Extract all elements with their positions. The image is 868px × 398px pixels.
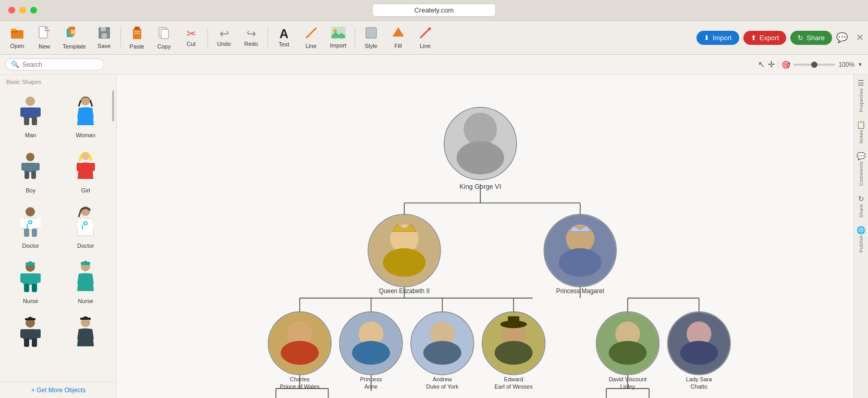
panel-share[interactable]: ↻ Share bbox=[858, 195, 864, 218]
properties-icon: ☰ bbox=[858, 79, 864, 87]
search-input[interactable] bbox=[22, 61, 99, 68]
zoom-controls: ↖ ✛ 🎯 100% ▼ bbox=[758, 59, 863, 69]
shape-item-boy[interactable]: Boy bbox=[4, 144, 57, 198]
notes-icon: 📋 bbox=[857, 120, 865, 129]
grad-m-icon bbox=[15, 315, 46, 351]
panel-publish[interactable]: 🌐 Publish bbox=[857, 226, 865, 252]
shape-item-doctor-f[interactable]: Doctor bbox=[59, 200, 113, 253]
svg-rect-40 bbox=[20, 218, 25, 227]
copy-button[interactable]: Copy bbox=[151, 22, 177, 53]
open-button[interactable]: Open bbox=[4, 22, 30, 53]
minimize-traffic-light[interactable] bbox=[19, 7, 26, 14]
svg-rect-53 bbox=[24, 284, 29, 292]
shape-item-doctor-m[interactable]: Doctor bbox=[4, 200, 57, 253]
svg-rect-41 bbox=[36, 218, 41, 227]
divider-1 bbox=[120, 27, 121, 48]
new-label: New bbox=[39, 43, 50, 50]
shape-item-man[interactable]: Man bbox=[4, 89, 57, 142]
search-wrapper[interactable]: 🔍 bbox=[5, 58, 104, 70]
text-icon: A bbox=[279, 28, 288, 40]
fill-icon bbox=[392, 26, 405, 42]
svg-rect-65 bbox=[32, 339, 37, 347]
shape-item-nurse-m[interactable]: Nurse bbox=[4, 255, 57, 308]
open-icon bbox=[10, 26, 25, 42]
svg-point-117 bbox=[352, 341, 390, 365]
copy-label: Copy bbox=[157, 43, 171, 50]
panel-properties[interactable]: ☰ Properties bbox=[858, 79, 864, 112]
svg-rect-54 bbox=[32, 284, 37, 292]
svg-text:Chatto: Chatto bbox=[691, 383, 707, 390]
copy-icon bbox=[158, 26, 170, 42]
svg-rect-31 bbox=[21, 163, 25, 171]
text-button[interactable]: A Text bbox=[271, 22, 297, 53]
shape-item-woman[interactable]: Woman bbox=[59, 89, 113, 142]
import-image-button[interactable]: Import bbox=[325, 22, 351, 53]
share-label: Share bbox=[806, 34, 825, 42]
import-image-label: Import bbox=[330, 42, 346, 49]
get-more-objects[interactable]: + Get More Objects bbox=[0, 382, 117, 398]
svg-point-101 bbox=[383, 248, 425, 277]
canvas-area[interactable]: King Gorge VI Queen Elizabeth II Princes… bbox=[117, 75, 853, 398]
svg-rect-52 bbox=[36, 273, 41, 283]
style-button[interactable]: Style bbox=[358, 22, 384, 53]
line-label: Line bbox=[305, 43, 316, 49]
redo-button[interactable]: ↪ Redo bbox=[238, 22, 264, 53]
grad-f-icon bbox=[70, 315, 101, 351]
close-button[interactable]: ✕ bbox=[856, 32, 864, 43]
line2-button[interactable]: Line bbox=[412, 22, 438, 53]
shape-item-nurse-f[interactable]: Nurse bbox=[59, 255, 113, 308]
import-button[interactable]: ⬇ Import bbox=[696, 31, 739, 45]
import-label: Import bbox=[713, 34, 732, 42]
svg-point-29 bbox=[26, 153, 34, 161]
divider-3 bbox=[267, 27, 268, 48]
cursor-icon[interactable]: ↖ bbox=[758, 59, 765, 69]
svg-text:Andrew: Andrew bbox=[433, 376, 452, 382]
man-label: Man bbox=[25, 132, 36, 138]
style-icon bbox=[364, 26, 378, 42]
svg-rect-63 bbox=[36, 329, 41, 338]
divider-2 bbox=[207, 27, 208, 48]
sidebar: Basic Shapes Man bbox=[0, 75, 117, 398]
divider-zoom bbox=[778, 61, 778, 69]
svg-point-143 bbox=[680, 341, 718, 365]
template-button[interactable]: Template bbox=[58, 22, 90, 53]
save-button[interactable]: Save bbox=[91, 22, 117, 53]
search-row: 🔍 ↖ ✛ 🎯 100% ▼ bbox=[0, 55, 868, 75]
maximize-traffic-light[interactable] bbox=[30, 7, 37, 14]
doctor-f-icon bbox=[70, 204, 101, 240]
close-traffic-light[interactable] bbox=[8, 7, 15, 14]
save-icon bbox=[97, 26, 111, 42]
shape-item-girl[interactable]: Girl bbox=[59, 144, 113, 198]
svg-rect-33 bbox=[25, 171, 29, 179]
export-label: Export bbox=[760, 34, 779, 42]
line-button[interactable]: Line bbox=[298, 22, 324, 53]
svg-text:Princess Magaret: Princess Magaret bbox=[556, 287, 605, 295]
svg-point-38 bbox=[26, 207, 35, 216]
shape-item-grad-f[interactable] bbox=[59, 310, 113, 357]
woman-icon bbox=[70, 93, 101, 130]
redo-icon: ↪ bbox=[247, 28, 256, 40]
fill-button[interactable]: Fill bbox=[385, 22, 411, 53]
zoom-dropdown-icon[interactable]: ▼ bbox=[858, 62, 863, 67]
text-label: Text bbox=[279, 41, 289, 47]
shape-grid: Man Woman bbox=[0, 87, 116, 359]
redo-label: Redo bbox=[244, 41, 258, 47]
svg-text:Duke of York: Duke of York bbox=[426, 383, 459, 390]
export-button[interactable]: ⬆ Export bbox=[743, 31, 787, 45]
undo-button[interactable]: ↩ Undo bbox=[211, 22, 237, 53]
new-button[interactable]: New bbox=[31, 22, 57, 53]
cut-button[interactable]: ✂ Cut bbox=[178, 22, 204, 53]
paste-button[interactable]: Paste bbox=[124, 22, 150, 53]
panel-notes[interactable]: 📋 Notes bbox=[857, 120, 865, 143]
move-icon[interactable]: ✛ bbox=[768, 59, 775, 69]
svg-rect-64 bbox=[24, 339, 29, 347]
svg-rect-20 bbox=[366, 28, 376, 38]
svg-rect-26 bbox=[24, 117, 29, 125]
svg-text:Lady Sara: Lady Sara bbox=[686, 376, 713, 382]
panel-comments[interactable]: 💬 Comments bbox=[857, 152, 865, 186]
fill-label: Fill bbox=[395, 43, 402, 49]
shape-item-grad-m[interactable] bbox=[4, 310, 57, 357]
share-button[interactable]: ↻ Share bbox=[790, 31, 832, 45]
zoom-slider[interactable] bbox=[793, 64, 835, 66]
svg-marker-68 bbox=[80, 316, 91, 319]
